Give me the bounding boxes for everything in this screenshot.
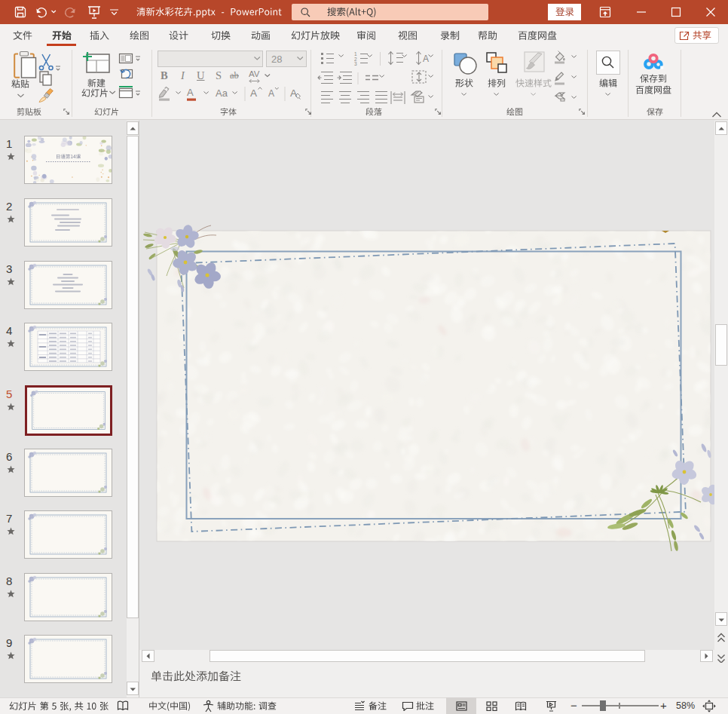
svg-text:AV: AV (249, 70, 260, 78)
svg-text:A: A (268, 88, 274, 99)
svg-text:A: A (250, 87, 257, 99)
svg-text:3: 3 (354, 61, 357, 66)
svg-text:A: A (290, 87, 297, 99)
svg-text:A: A (187, 87, 194, 98)
svg-text:Aa: Aa (216, 87, 228, 99)
